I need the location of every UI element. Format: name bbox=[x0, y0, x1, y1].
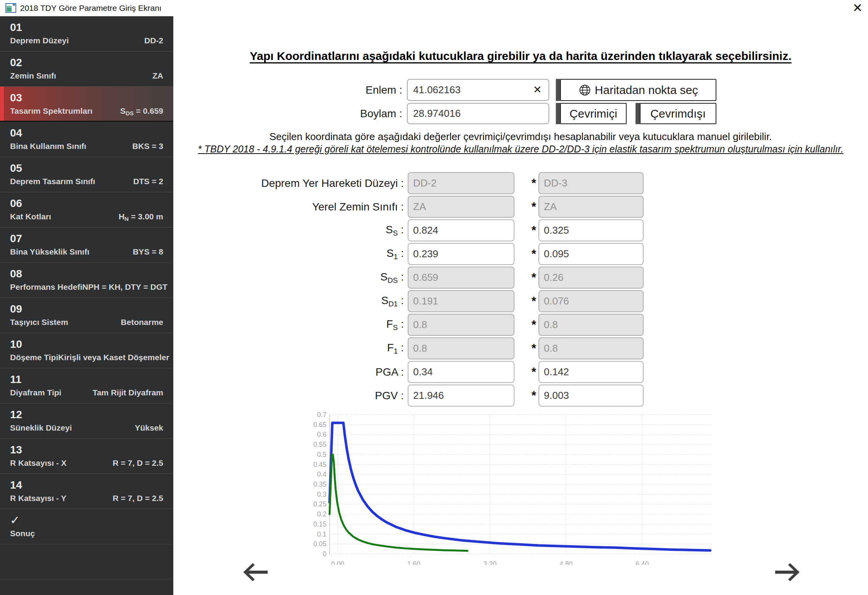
form-row-2: SS :* bbox=[173, 219, 644, 241]
field-label: Yerel Zemin Sınıfı : bbox=[173, 201, 408, 213]
asterisk-label: * bbox=[514, 219, 538, 241]
sidebar-item-11[interactable]: 11Diyafram TipiTam Rijit Diyafram bbox=[0, 368, 173, 404]
y-tick-label: 0.55 bbox=[313, 441, 326, 448]
sidebar-filler bbox=[0, 544, 173, 580]
sidebar-item-number: 14 bbox=[10, 479, 163, 491]
field-input-dd2[interactable] bbox=[408, 219, 514, 241]
window-title: 2018 TDY Göre Parametre Giriş Ekranı bbox=[20, 0, 162, 16]
sidebar-item-label: R Katsayısı - Y bbox=[10, 494, 67, 503]
sidebar-item-value: NPH = KH, DTY = DGT bbox=[82, 282, 167, 292]
sidebar-item-10[interactable]: 10Döşeme TipiKirişli veya Kaset Döşemele… bbox=[0, 333, 173, 368]
page-title: Yapı Koordinatlarını aşağıdaki kutucukla… bbox=[173, 50, 868, 63]
online-button-label: Çevrimiçi bbox=[569, 107, 617, 120]
field-input-dd2 bbox=[408, 337, 514, 359]
field-input-dd3 bbox=[538, 314, 644, 336]
parameter-form: Deprem Yer Hareketi Düzeyi :*Yerel Zemin… bbox=[173, 172, 644, 408]
field-label: S1 : bbox=[173, 247, 408, 261]
sidebar-item-label: Performans Hedefi bbox=[10, 282, 82, 292]
y-tick-label: 0.65 bbox=[313, 421, 326, 429]
note-manual-entry: Seçilen koordinata göre aşağıdaki değerl… bbox=[173, 131, 868, 143]
y-tick-label: 0.2 bbox=[317, 510, 326, 518]
blue-curve bbox=[330, 423, 710, 551]
field-input-dd3 bbox=[538, 267, 644, 289]
sidebar-item-05[interactable]: 05Deprem Tasarım SınıfıDTS = 2 bbox=[0, 157, 173, 192]
sidebar-item-number: 06 bbox=[10, 197, 163, 210]
sidebar-item-number: 07 bbox=[10, 233, 163, 245]
field-input-dd2[interactable] bbox=[408, 361, 514, 383]
sidebar-item-13[interactable]: 13R Katsayısı - XR = 7, D = 2.5 bbox=[0, 439, 173, 474]
x-tick-label: 6.40 bbox=[636, 560, 649, 565]
sidebar-item-08[interactable]: 08Performans HedefiNPH = KH, DTY = DGT bbox=[0, 263, 173, 298]
y-tick-label: 0.5 bbox=[317, 451, 326, 458]
field-label: Deprem Yer Hareketi Düzeyi : bbox=[173, 177, 408, 190]
sidebar-item-number: 09 bbox=[10, 303, 163, 315]
sidebar: 01Deprem DüzeyiDD-202Zemin SınıfıZA03Tas… bbox=[0, 16, 173, 595]
online-button-accent bbox=[556, 103, 560, 124]
longitude-input[interactable] bbox=[407, 103, 549, 124]
field-input-dd2 bbox=[408, 314, 514, 336]
field-input-dd2 bbox=[408, 267, 514, 289]
sidebar-item-09[interactable]: 09Taşıyıcı SistemBetonarme bbox=[0, 298, 173, 333]
sidebar-item-label: Deprem Tasarım Sınıfı bbox=[10, 177, 95, 186]
sidebar-item-label: Zemin Sınıfı bbox=[10, 71, 56, 80]
field-input-dd3[interactable] bbox=[538, 243, 644, 265]
field-input-dd2[interactable] bbox=[408, 243, 514, 265]
field-input-dd3 bbox=[538, 290, 644, 312]
asterisk-label: * bbox=[514, 196, 538, 218]
sidebar-item-value: DD-2 bbox=[144, 36, 163, 45]
field-input-dd2[interactable] bbox=[408, 385, 514, 407]
field-input-dd3[interactable] bbox=[538, 361, 644, 383]
sidebar-item-14[interactable]: 14R Katsayısı - YR = 7, D = 2.5 bbox=[0, 474, 173, 509]
pick-from-map-button[interactable]: Haritadan nokta seç bbox=[560, 79, 716, 101]
sidebar-item-01[interactable]: 01Deprem DüzeyiDD-2 bbox=[0, 16, 173, 51]
close-icon[interactable]: ✕ bbox=[853, 1, 863, 15]
y-tick-label: 0.15 bbox=[313, 520, 326, 528]
sidebar-item-label: Bina Kullanım Sınıfı bbox=[10, 142, 86, 151]
field-input-dd3[interactable] bbox=[538, 219, 644, 241]
sidebar-item-value: ZA bbox=[152, 71, 163, 80]
y-tick-label: 0.4 bbox=[317, 470, 327, 478]
y-tick-label: 0.7 bbox=[317, 411, 326, 419]
form-row-6: FS :* bbox=[173, 314, 644, 336]
form-row-4: SDS :* bbox=[173, 267, 644, 289]
y-tick-label: 0.05 bbox=[313, 540, 326, 548]
field-label: SDS : bbox=[173, 271, 408, 285]
field-input-dd3 bbox=[538, 172, 644, 194]
sidebar-item-label: Kat Kotları bbox=[10, 212, 51, 221]
sidebar-item-number: 08 bbox=[10, 268, 163, 280]
online-button[interactable]: Çevrimiçi bbox=[560, 103, 627, 124]
sidebar-item-06[interactable]: 06Kat KotlarıHN = 3.00 m bbox=[0, 192, 173, 227]
asterisk-label: * bbox=[514, 361, 538, 383]
sidebar-item-12[interactable]: 12Süneklik DüzeyiYüksek bbox=[0, 404, 173, 439]
sidebar-item-value: Yüksek bbox=[135, 423, 163, 433]
asterisk-label: * bbox=[514, 243, 538, 265]
sidebar-item-label: Süneklik Düzeyi bbox=[10, 423, 72, 433]
x-tick-label: 4.80 bbox=[559, 560, 572, 565]
sidebar-item-value: Kirişli veya Kaset Döşemeler bbox=[58, 353, 169, 362]
offline-button[interactable]: Çevrimdışı bbox=[640, 103, 716, 124]
clear-latitude-icon[interactable]: ✕ bbox=[533, 84, 542, 96]
latitude-input[interactable] bbox=[407, 79, 549, 101]
sidebar-item-number: 13 bbox=[10, 444, 163, 456]
forward-arrow-button[interactable] bbox=[774, 562, 800, 583]
form-row-9: PGV :* bbox=[173, 385, 644, 407]
field-input-dd3[interactable] bbox=[538, 385, 644, 407]
sidebar-item-value: BKS = 3 bbox=[132, 142, 163, 151]
sidebar-item-sonuc[interactable]: ✓Sonuç bbox=[0, 509, 173, 544]
sidebar-item-04[interactable]: 04Bina Kullanım SınıfıBKS = 3 bbox=[0, 122, 173, 157]
sidebar-item-02[interactable]: 02Zemin SınıfıZA bbox=[0, 51, 173, 87]
sidebar-item-number: 10 bbox=[10, 338, 163, 351]
field-label: FS : bbox=[173, 318, 408, 332]
longitude-label: Boylam : bbox=[173, 103, 402, 124]
back-arrow-button[interactable] bbox=[243, 562, 269, 583]
sidebar-item-07[interactable]: 07Bina Yükseklik SınıfıBYS = 8 bbox=[0, 227, 173, 263]
sidebar-item-number: 02 bbox=[10, 56, 163, 69]
y-tick-label: 0.45 bbox=[313, 461, 326, 468]
asterisk-label: * bbox=[514, 267, 538, 289]
sidebar-item-label: Döşeme Tipi bbox=[10, 353, 58, 362]
sidebar-item-03[interactable]: 03Tasarım SpektrumlarıSDS = 0.659 bbox=[0, 87, 173, 122]
sidebar-item-number: 01 bbox=[10, 21, 163, 34]
sidebar-item-label: Diyafram Tipi bbox=[10, 388, 62, 397]
sidebar-item-number: 11 bbox=[10, 373, 163, 386]
sidebar-item-value: SDS = 0.659 bbox=[120, 106, 163, 116]
